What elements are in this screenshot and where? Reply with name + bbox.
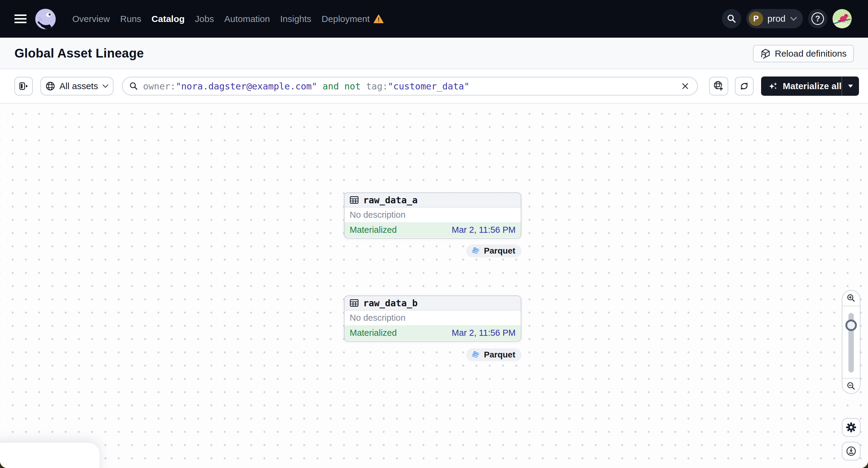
zoom-in-icon (846, 293, 856, 303)
refresh-graph-button[interactable] (735, 77, 753, 95)
asset-status-row: Materialized Mar 2, 11:56 PM (345, 325, 521, 340)
asset-name: raw_data_a (363, 195, 418, 206)
lineage-graph-canvas[interactable]: raw_data_a No description Materialized M… (0, 103, 868, 468)
storage-kind-label: Parquet (484, 246, 515, 256)
reload-definitions-icon (760, 48, 771, 59)
nav-item-runs[interactable]: Runs (120, 14, 141, 24)
select-scope-button[interactable] (709, 77, 728, 95)
query-key: tag: (366, 81, 388, 92)
zoom-slider-handle[interactable] (845, 319, 857, 331)
zoom-control (842, 290, 861, 394)
asset-description: No description (345, 208, 521, 222)
materialize-all-button[interactable]: Materialize all (761, 76, 841, 96)
dagster-logo-icon[interactable] (35, 8, 56, 30)
zoom-out-icon (846, 381, 856, 391)
nav-item-deployment[interactable]: Deployment ! (322, 14, 384, 24)
page-title: Global Asset Lineage (14, 46, 144, 61)
asset-node-raw-data-b[interactable]: raw_data_b No description Materialized M… (344, 295, 521, 342)
asset-node-header: raw_data_b (345, 296, 521, 311)
materialize-options-button[interactable] (842, 76, 859, 96)
nav-item-jobs[interactable]: Jobs (195, 14, 214, 24)
parquet-icon (471, 246, 480, 256)
asset-name: raw_data_b (363, 298, 418, 308)
main-nav: Overview Runs Catalog Jobs Automation In… (72, 14, 384, 24)
gear-icon (846, 422, 857, 433)
environment-initial-badge: P (749, 11, 763, 26)
materialize-all-label: Materialize all (783, 81, 841, 91)
environment-switcher[interactable]: P prod (746, 9, 803, 28)
graph-settings-button[interactable] (842, 418, 861, 437)
search-icon (727, 14, 736, 24)
expand-left-panel-button[interactable] (14, 77, 33, 95)
svg-text:!: ! (377, 16, 379, 23)
global-search-button[interactable] (722, 9, 741, 28)
environment-name: prod (767, 13, 785, 24)
nav-right-cluster: P prod ? (722, 9, 852, 28)
bird-avatar-icon (833, 9, 852, 28)
chevron-down-icon (790, 16, 798, 21)
query-operator: and not (317, 81, 366, 92)
lineage-toolbar: All assets owner:"nora.dagster@example.c… (0, 69, 868, 103)
asset-status-row: Materialized Mar 2, 11:56 PM (345, 222, 521, 237)
globe-add-icon (713, 81, 724, 92)
chevron-down-icon (102, 84, 109, 89)
table-icon (349, 298, 359, 308)
query-value: "customer_data" (388, 81, 469, 92)
reload-definitions-button[interactable]: Reload definitions (753, 45, 854, 62)
materialized-status: Materialized (350, 328, 397, 338)
materialized-timestamp: Mar 2, 11:56 PM (452, 328, 516, 338)
storage-kind-tag-raw-data-b[interactable]: Parquet (467, 348, 521, 361)
query-key: owner: (143, 81, 176, 92)
download-graph-button[interactable] (842, 442, 861, 461)
page-header: Global Asset Lineage Reload definitions (0, 38, 868, 69)
nav-item-overview[interactable]: Overview (72, 14, 110, 24)
top-nav-bar: Overview Runs Catalog Jobs Automation In… (0, 0, 868, 38)
download-icon (846, 446, 857, 457)
help-button[interactable]: ? (808, 9, 827, 28)
asset-scope-dropdown[interactable]: All assets (40, 77, 114, 95)
user-avatar[interactable] (833, 9, 852, 28)
query-value: "nora.dagster@example.com" (176, 81, 317, 92)
clear-search-button[interactable] (679, 80, 691, 92)
table-icon (349, 195, 359, 205)
menu-icon[interactable] (14, 14, 27, 23)
search-icon (129, 82, 138, 91)
nav-item-catalog[interactable]: Catalog (152, 14, 185, 24)
bottom-left-panel-edge (0, 443, 99, 468)
asset-scope-label: All assets (59, 81, 98, 91)
zoom-in-button[interactable] (842, 291, 860, 306)
zoom-out-button[interactable] (842, 379, 860, 393)
materialize-all-button-group: Materialize all (761, 76, 859, 96)
refresh-icon (739, 81, 750, 92)
storage-kind-tag-raw-data-a[interactable]: Parquet (467, 245, 521, 257)
expand-panel-icon (19, 81, 29, 92)
materialized-status: Materialized (350, 225, 397, 235)
chevron-down-icon (847, 84, 854, 89)
reload-definitions-label: Reload definitions (775, 49, 847, 59)
warning-icon: ! (373, 14, 384, 24)
help-icon: ? (811, 12, 824, 25)
nav-item-automation[interactable]: Automation (224, 14, 270, 24)
dagster-app-window: Overview Runs Catalog Jobs Automation In… (0, 0, 868, 468)
search-query-text: owner:"nora.dagster@example.com" and not… (143, 81, 674, 92)
sparkles-icon (769, 81, 778, 91)
zoom-slider[interactable] (842, 306, 860, 378)
materialized-timestamp: Mar 2, 11:56 PM (452, 225, 516, 235)
parquet-icon (471, 350, 480, 360)
globe-icon (45, 81, 55, 91)
asset-search-input[interactable]: owner:"nora.dagster@example.com" and not… (122, 77, 698, 95)
storage-kind-label: Parquet (484, 350, 515, 360)
clear-x-icon (681, 82, 689, 90)
asset-description: No description (345, 311, 521, 325)
asset-node-header: raw_data_a (345, 193, 521, 208)
asset-node-raw-data-a[interactable]: raw_data_a No description Materialized M… (344, 192, 521, 239)
nav-item-insights[interactable]: Insights (280, 14, 311, 24)
